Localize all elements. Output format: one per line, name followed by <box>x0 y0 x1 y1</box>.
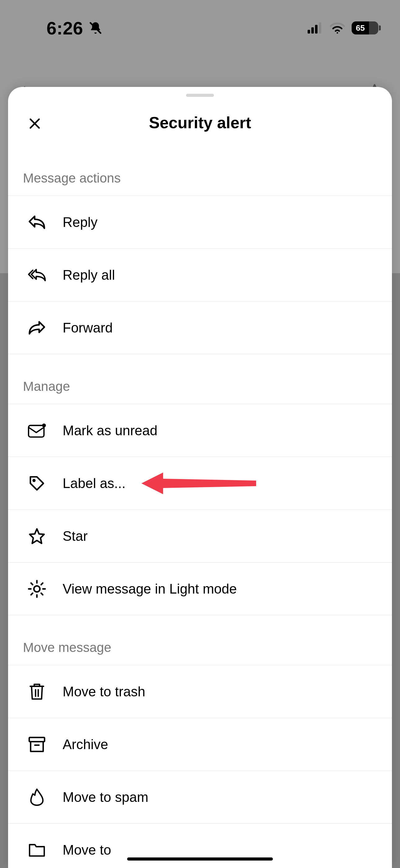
status-left: 6:26 <box>46 18 102 38</box>
row-reply[interactable]: Reply <box>8 195 392 248</box>
spam-icon <box>26 788 48 806</box>
row-mark-unread[interactable]: Mark as unread <box>8 404 392 457</box>
row-reply-label: Reply <box>63 215 98 230</box>
row-light-mode[interactable]: View message in Light mode <box>8 562 392 615</box>
svg-rect-4 <box>319 22 321 34</box>
status-time: 6:26 <box>46 18 83 38</box>
background-strip-right <box>392 273 400 868</box>
row-move-trash[interactable]: Move to trash <box>8 665 392 718</box>
row-move-to[interactable]: Move to <box>8 823 392 868</box>
svg-line-20 <box>31 583 33 585</box>
battery-level: 65 <box>356 23 365 33</box>
svg-point-5 <box>337 32 338 34</box>
mark-unread-icon <box>26 424 48 438</box>
svg-rect-1 <box>308 30 310 34</box>
row-star[interactable]: Star <box>8 509 392 562</box>
svg-line-21 <box>41 593 43 594</box>
section-header-manage: Manage <box>8 354 392 404</box>
row-reply-all-label: Reply all <box>63 267 115 283</box>
svg-point-11 <box>42 424 46 427</box>
svg-line-23 <box>41 583 43 585</box>
annotation-arrow-icon <box>141 469 259 497</box>
status-right: 65 <box>308 22 378 34</box>
sheet-header: Security alert <box>8 87 392 146</box>
battery-icon: 65 <box>352 22 378 34</box>
status-bar: 6:26 65 <box>0 0 400 56</box>
svg-rect-2 <box>311 27 314 34</box>
action-sheet: Security alert Message actions Reply Rep… <box>8 87 392 868</box>
home-indicator[interactable] <box>127 858 273 861</box>
row-forward-label: Forward <box>63 320 112 336</box>
svg-marker-14 <box>30 529 44 543</box>
row-move-to-label: Move to <box>63 842 111 858</box>
sun-icon <box>26 580 48 598</box>
row-mark-unread-label: Mark as unread <box>63 423 158 438</box>
reply-icon <box>26 213 48 231</box>
row-move-spam[interactable]: Move to spam <box>8 771 392 823</box>
svg-point-12 <box>33 479 35 481</box>
svg-marker-13 <box>141 472 256 494</box>
close-button[interactable] <box>27 116 43 132</box>
cellular-icon <box>308 22 323 34</box>
star-icon <box>26 527 48 545</box>
svg-rect-26 <box>29 737 45 742</box>
bell-off-icon <box>89 21 102 35</box>
device-screen: 6:26 65 2 messages <box>0 0 400 868</box>
row-archive[interactable]: Archive <box>8 718 392 771</box>
row-archive-label: Archive <box>63 737 108 752</box>
row-forward[interactable]: Forward <box>8 301 392 354</box>
row-move-trash-label: Move to trash <box>63 684 145 700</box>
reply-all-icon <box>26 266 48 284</box>
archive-icon <box>26 737 48 752</box>
row-star-label: Star <box>63 528 88 544</box>
svg-rect-3 <box>315 25 318 34</box>
background-strip-left <box>0 273 8 868</box>
trash-icon <box>26 683 48 700</box>
sheet-title: Security alert <box>149 113 251 132</box>
row-light-mode-label: View message in Light mode <box>63 581 237 597</box>
svg-point-15 <box>34 586 40 592</box>
wifi-icon <box>330 22 345 34</box>
section-header-message-actions: Message actions <box>8 146 392 195</box>
section-header-move: Move message <box>8 615 392 665</box>
forward-icon <box>26 319 48 337</box>
label-icon <box>26 475 48 492</box>
svg-rect-10 <box>29 425 44 437</box>
folder-icon <box>26 842 48 858</box>
row-move-spam-label: Move to spam <box>63 789 148 805</box>
svg-line-22 <box>31 593 33 594</box>
row-label-as[interactable]: Label as... <box>8 457 392 509</box>
row-reply-all[interactable]: Reply all <box>8 248 392 301</box>
row-label-as-label: Label as... <box>63 475 126 491</box>
